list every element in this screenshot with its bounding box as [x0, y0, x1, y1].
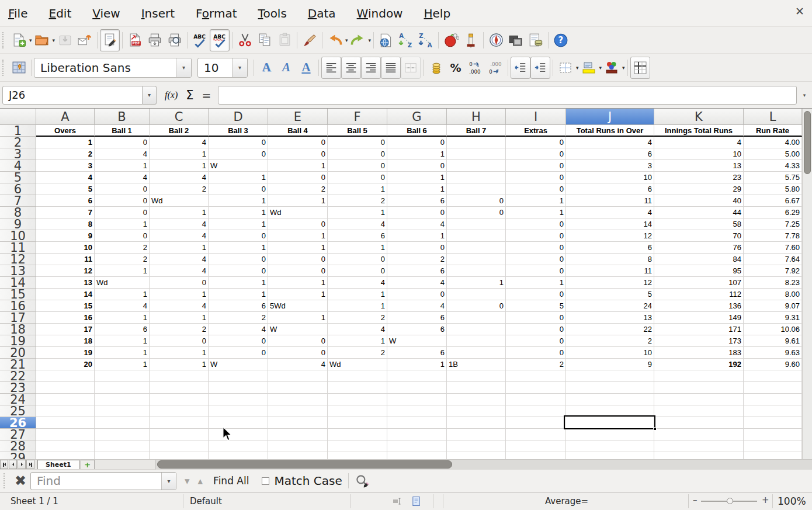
cell-F16[interactable]: 1 [328, 300, 387, 312]
function-wizard-button[interactable]: f(x) [165, 90, 178, 100]
cell-K19[interactable]: 173 [654, 335, 744, 347]
cell-J14[interactable]: 12 [566, 277, 654, 289]
cell-H11[interactable] [447, 242, 506, 254]
cell-A2[interactable]: 1 [36, 137, 95, 148]
cell-B27[interactable] [95, 429, 150, 440]
horizontal-scrollbar-thumb[interactable] [157, 460, 452, 469]
cell-E17[interactable]: 1 [268, 312, 328, 324]
cell-B4[interactable]: 1 [95, 160, 150, 172]
cell-J11[interactable]: 6 [566, 242, 654, 254]
cell-C7[interactable]: Wd [150, 195, 209, 207]
cell-C14[interactable]: 0 [150, 277, 209, 289]
cell-I11[interactable]: 0 [506, 242, 566, 254]
cell-K28[interactable] [654, 440, 744, 452]
row-header-12[interactable]: 12 [0, 254, 36, 265]
row-header-3[interactable]: 3 [0, 148, 36, 160]
cell-F25[interactable] [328, 405, 387, 417]
print-preview-button[interactable] [165, 29, 185, 51]
cell-K18[interactable]: 171 [654, 324, 744, 335]
find-all-button[interactable]: Find All [213, 475, 249, 487]
cell-C1[interactable]: Ball 2 [150, 125, 209, 137]
cell-K12[interactable]: 84 [654, 254, 744, 265]
page-style[interactable]: Default [190, 492, 222, 510]
row-header-13[interactable]: 13 [0, 265, 36, 277]
cell-H13[interactable] [447, 265, 506, 277]
cell-E11[interactable]: 1 [268, 242, 328, 254]
cell-H2[interactable] [447, 137, 506, 148]
cell-I28[interactable] [506, 440, 566, 452]
cell-C22[interactable] [150, 370, 209, 382]
cell-H19[interactable] [447, 335, 506, 347]
cell-A8[interactable]: 7 [36, 207, 95, 218]
formula-button[interactable]: = [202, 89, 211, 102]
cell-K4[interactable]: 13 [654, 160, 744, 172]
cell-H18[interactable] [447, 324, 506, 335]
cell-B15[interactable]: 1 [95, 289, 150, 300]
cell-K8[interactable]: 44 [654, 207, 744, 218]
cell-E7[interactable]: 1 [268, 195, 328, 207]
column-header-F[interactable]: F [328, 109, 387, 125]
cell-I5[interactable]: 0 [506, 172, 566, 183]
cell-K17[interactable]: 149 [654, 312, 744, 324]
cell-G6[interactable]: 1 [387, 183, 447, 195]
cell-H4[interactable] [447, 160, 506, 172]
cell-K24[interactable] [654, 394, 744, 405]
cell-I8[interactable]: 1 [506, 207, 566, 218]
spellcheck-button[interactable]: ABC [190, 29, 210, 51]
underline-button[interactable]: A [296, 57, 316, 79]
redo-dropdown[interactable]: ▾ [369, 37, 372, 43]
cell-J10[interactable]: 12 [566, 230, 654, 242]
cell-A9[interactable]: 8 [36, 218, 95, 230]
cell-G28[interactable] [387, 440, 447, 452]
cell-E23[interactable] [268, 382, 328, 394]
cell-L7[interactable]: 6.67 [744, 195, 802, 207]
cell-I3[interactable]: 0 [506, 148, 566, 160]
row-header-5[interactable]: 5 [0, 172, 36, 183]
menu-edit[interactable]: Edit [48, 6, 71, 20]
cell-D21[interactable]: W [209, 359, 268, 370]
cell-E14[interactable]: 1 [268, 277, 328, 289]
row-header-20[interactable]: 20 [0, 347, 36, 359]
cell-A24[interactable] [36, 394, 95, 405]
help-button[interactable]: ? [551, 29, 571, 51]
cell-E28[interactable] [268, 440, 328, 452]
cell-B1[interactable]: Ball 1 [95, 125, 150, 137]
cell-L6[interactable]: 5.80 [744, 183, 802, 195]
cell-K2[interactable]: 4 [654, 137, 744, 148]
formula-input-line[interactable] [218, 86, 797, 105]
cell-F20[interactable]: 2 [328, 347, 387, 359]
cell-B3[interactable]: 4 [95, 148, 150, 160]
row-header-16[interactable]: 16 [0, 300, 36, 312]
horizontal-scrollbar[interactable] [155, 460, 812, 470]
row-header-11[interactable]: 11 [0, 242, 36, 254]
cell-D10[interactable]: 0 [209, 230, 268, 242]
cell-C20[interactable]: 1 [150, 347, 209, 359]
row-header-7[interactable]: 7 [0, 195, 36, 207]
cell-A11[interactable]: 10 [36, 242, 95, 254]
cell-G18[interactable]: 6 [387, 324, 447, 335]
font-size-combo[interactable]: 10 ▾ [197, 58, 248, 78]
cell-H27[interactable] [447, 429, 506, 440]
cell-J3[interactable]: 6 [566, 148, 654, 160]
cell-F18[interactable]: 4 [328, 324, 387, 335]
add-sheet-button[interactable]: + [81, 460, 95, 469]
cell-B12[interactable]: 2 [95, 254, 150, 265]
undo-button[interactable] [325, 29, 345, 51]
borders-button[interactable] [556, 57, 575, 79]
redo-button[interactable] [348, 29, 368, 51]
zoom-in-button[interactable]: + [762, 495, 769, 505]
cell-L12[interactable]: 7.64 [744, 254, 802, 265]
cell-L17[interactable]: 9.31 [744, 312, 802, 324]
cell-K15[interactable]: 112 [654, 289, 744, 300]
cell-A25[interactable] [36, 405, 95, 417]
cell-F5[interactable]: 0 [328, 172, 387, 183]
cell-C10[interactable]: 4 [150, 230, 209, 242]
cell-G25[interactable] [387, 405, 447, 417]
cell-E4[interactable]: 1 [268, 160, 328, 172]
cell-K6[interactable]: 29 [654, 183, 744, 195]
row-header-15[interactable]: 15 [0, 289, 36, 300]
cell-J13[interactable]: 11 [566, 265, 654, 277]
cell-G1[interactable]: Ball 6 [387, 125, 447, 137]
cell-K27[interactable] [654, 429, 744, 440]
cell-E9[interactable]: 0 [268, 218, 328, 230]
